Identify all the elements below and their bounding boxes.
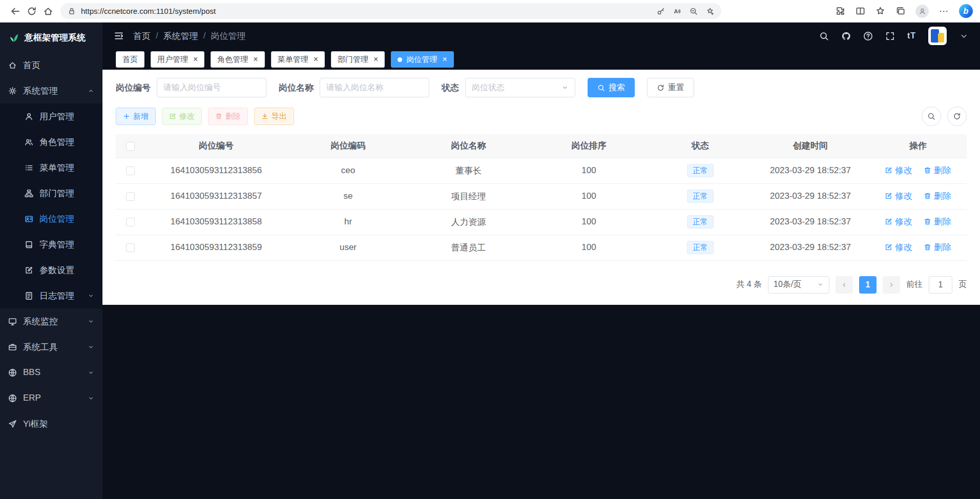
filter-post-name: 岗位名称 xyxy=(279,78,429,97)
row-edit-link[interactable]: 修改 xyxy=(885,164,912,176)
profile-button[interactable] xyxy=(915,5,929,18)
sidebar-item-erp[interactable]: ERP xyxy=(0,385,102,411)
settings-menu-button[interactable]: ⋯ xyxy=(939,6,949,16)
status-label: 状态 xyxy=(442,82,459,94)
edit-button[interactable]: 修改 xyxy=(162,108,202,125)
post-name-input[interactable] xyxy=(320,78,429,97)
zoom-icon[interactable] xyxy=(690,7,698,15)
cell-post-code: hr xyxy=(288,209,408,235)
prev-page-button[interactable] xyxy=(836,276,853,294)
sidebar-item-bbs[interactable]: BBS xyxy=(0,360,102,385)
edit-icon xyxy=(169,113,176,120)
org-tree-icon xyxy=(25,189,33,198)
sidebar-item-dict-mgmt[interactable]: 字典管理 xyxy=(0,232,102,257)
row-delete-link[interactable]: 删除 xyxy=(924,216,951,227)
sidebar-submenu-system: 用户管理 角色管理 菜单管理 部门管理 岗位管理 xyxy=(0,103,102,308)
close-icon[interactable]: × xyxy=(253,55,258,64)
extensions-icon[interactable] xyxy=(836,6,845,16)
sidebar-item-yi-framework[interactable]: Yi框架 xyxy=(0,411,102,436)
sidebar-item-system-monitor[interactable]: 系统监控 xyxy=(0,308,102,334)
text-size-icon[interactable]: tT xyxy=(907,31,916,40)
select-all-checkbox[interactable] xyxy=(126,142,135,151)
sidebar-item-system-tools[interactable]: 系统工具 xyxy=(0,334,102,360)
user-avatar[interactable] xyxy=(928,27,947,45)
collections-icon[interactable] xyxy=(895,6,905,16)
add-button-label: 新增 xyxy=(133,112,149,121)
close-icon[interactable]: × xyxy=(373,55,378,64)
row-checkbox[interactable] xyxy=(126,218,135,226)
favorites-icon[interactable] xyxy=(875,6,885,16)
page-1-button[interactable]: 1 xyxy=(859,276,877,294)
sidebar-item-dept-mgmt[interactable]: 部门管理 xyxy=(0,180,102,206)
sidebar-item-menu-mgmt[interactable]: 菜单管理 xyxy=(0,155,102,180)
sidebar-item-role-mgmt[interactable]: 角色管理 xyxy=(0,129,102,155)
toggle-search-button[interactable] xyxy=(922,107,941,126)
sidebar-toggle-button[interactable] xyxy=(114,31,124,41)
chevron-down-icon xyxy=(88,318,94,325)
address-bar[interactable]: https://ccnetcore.com:1101/system/post xyxy=(60,3,721,19)
page-size-select[interactable]: 10条/页 xyxy=(768,276,829,294)
row-delete-link[interactable]: 删除 xyxy=(924,164,951,176)
sidebar-item-system-mgmt[interactable]: 系统管理 xyxy=(0,78,102,103)
read-aloud-icon[interactable] xyxy=(673,7,681,15)
sidebar-item-label: 系统工具 xyxy=(23,341,58,353)
close-icon[interactable]: × xyxy=(442,55,447,64)
header-search-icon[interactable] xyxy=(819,31,829,41)
refresh-table-button[interactable] xyxy=(947,107,967,126)
url-text[interactable]: https://ccnetcore.com:1101/system/post xyxy=(81,7,652,15)
breadcrumb-home[interactable]: 首页 xyxy=(133,30,151,42)
post-code-input[interactable] xyxy=(157,78,266,97)
row-checkbox[interactable] xyxy=(126,243,135,252)
sidebar-item-log-mgmt[interactable]: 日志管理 xyxy=(0,283,102,308)
help-icon[interactable] xyxy=(863,31,873,41)
tab-user-mgmt[interactable]: 用户管理 × xyxy=(151,51,204,68)
row-edit-link[interactable]: 修改 xyxy=(885,241,912,253)
home-icon xyxy=(8,61,17,70)
delete-button[interactable]: 删除 xyxy=(208,108,248,125)
add-button[interactable]: 新增 xyxy=(116,108,156,125)
copilot-icon[interactable]: b xyxy=(959,4,973,18)
tab-role-mgmt[interactable]: 角色管理 × xyxy=(211,51,264,68)
status-select[interactable]: 岗位状态 xyxy=(465,78,575,97)
split-screen-icon[interactable] xyxy=(856,6,865,16)
goto-page-input[interactable] xyxy=(929,276,952,294)
export-button[interactable]: 导出 xyxy=(254,108,294,125)
tab-menu-mgmt[interactable]: 菜单管理 × xyxy=(271,51,325,68)
table-tools xyxy=(922,107,967,126)
user-menu-caret-icon[interactable] xyxy=(959,31,969,41)
status-badge: 正常 xyxy=(687,241,714,255)
sidebar-item-home[interactable]: 首页 xyxy=(0,52,102,78)
password-key-icon[interactable] xyxy=(657,7,665,15)
browser-toolbar: https://ccnetcore.com:1101/system/post ⋯… xyxy=(0,0,980,23)
edit-icon xyxy=(885,218,892,225)
row-checkbox[interactable] xyxy=(126,192,135,201)
cell-post-id: 1641030593112313856 xyxy=(144,158,288,183)
reset-button[interactable]: 重置 xyxy=(647,78,694,97)
row-edit-link[interactable]: 修改 xyxy=(885,190,912,202)
tab-post-mgmt[interactable]: 岗位管理 × xyxy=(391,51,453,68)
sidebar-item-post-mgmt[interactable]: 岗位管理 xyxy=(0,206,102,232)
row-delete-link[interactable]: 删除 xyxy=(924,190,951,202)
reload-button[interactable] xyxy=(24,3,40,19)
tab-dept-mgmt[interactable]: 部门管理 × xyxy=(331,51,385,68)
github-icon[interactable] xyxy=(841,31,851,41)
home-button[interactable] xyxy=(40,3,56,19)
tab-home[interactable]: 首页 xyxy=(116,51,144,68)
sidebar-item-user-mgmt[interactable]: 用户管理 xyxy=(0,103,102,129)
row-delete-link[interactable]: 删除 xyxy=(924,241,951,253)
sidebar-item-label: 角色管理 xyxy=(39,136,74,148)
chevron-down-icon xyxy=(88,369,94,376)
fullscreen-icon[interactable] xyxy=(885,31,895,41)
next-page-button[interactable] xyxy=(883,276,900,294)
back-button[interactable] xyxy=(7,3,24,19)
close-icon[interactable]: × xyxy=(314,55,318,64)
row-checkbox[interactable] xyxy=(126,167,135,175)
close-icon[interactable]: × xyxy=(193,55,198,64)
sidebar-item-param-settings[interactable]: 参数设置 xyxy=(0,257,102,283)
search-button[interactable]: 搜索 xyxy=(588,78,635,97)
row-edit-link[interactable]: 修改 xyxy=(885,216,912,227)
col-status: 状态 xyxy=(649,134,752,158)
app-logo[interactable]: 意框架管理系统 xyxy=(0,23,102,52)
breadcrumb-system-mgmt[interactable]: 系统管理 xyxy=(163,30,198,42)
add-favorite-star-icon[interactable] xyxy=(706,7,714,15)
